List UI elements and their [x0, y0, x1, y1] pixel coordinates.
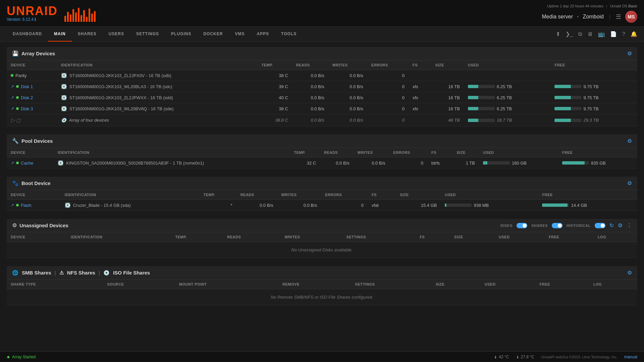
col-free: FREE: [550, 60, 637, 70]
reads-cell: 0.0 B/s: [292, 70, 328, 81]
pool-devices-section: 🔧 Pool Devices ⚙ DEVICE IDENTIFICATION T…: [7, 134, 637, 169]
sum-fs: [409, 114, 431, 126]
free-progress-fill: [554, 85, 571, 88]
identification-text: KINGSTON_SA2000M81000G_50026B768501AB3F …: [66, 161, 204, 166]
table-row: ↗Flash💽Cruzer_Blade - 15.4 GB (sda)*0.0 …: [7, 200, 637, 211]
external-link-icon[interactable]: ↗: [11, 161, 14, 165]
array-devices-section: 💾 Array Devices ⚙ DEVICE IDENTIFICATION …: [7, 47, 637, 126]
waveform-bar: [70, 14, 71, 22]
external-link-icon[interactable]: ↗: [11, 84, 14, 89]
used-progress-fill: [468, 96, 478, 99]
col-identification: IDENTIFICATION: [61, 190, 200, 200]
col-fs: FS: [416, 232, 450, 242]
free-cell: [550, 70, 637, 81]
waveform-bar: [86, 17, 88, 22]
col-fs: FS: [368, 190, 396, 200]
external-link-icon[interactable]: ↗: [11, 95, 14, 100]
info-icon[interactable]: ℹ: [35, 17, 36, 22]
temp-cell: 40 C: [257, 92, 292, 103]
free-progress-fill: [542, 203, 567, 207]
device-link[interactable]: Disk 3: [21, 106, 33, 111]
monitor-icon[interactable]: 🖥: [587, 31, 593, 37]
boot-device-table: DEVICE IDENTIFICATION TEMP. READS WRITES…: [7, 190, 637, 211]
sum-free-text: 29.3 TB: [583, 118, 599, 123]
writes-cell: 0.0 B/s: [277, 200, 321, 211]
refresh-icon[interactable]: ↻: [609, 222, 614, 229]
reads-cell: 0.0 B/s: [292, 103, 328, 114]
shares-toggle[interactable]: [552, 223, 562, 228]
used-progress-fill: [445, 203, 446, 207]
unassigned-settings-icon[interactable]: ⚙: [618, 222, 623, 229]
external-link-icon[interactable]: ↗: [11, 106, 14, 111]
smb-settings-icon[interactable]: ⚙: [627, 269, 632, 276]
device-link[interactable]: Disk 1: [21, 84, 33, 89]
nav-item-shares[interactable]: SHARES: [72, 27, 103, 42]
nav-item-vms[interactable]: VMS: [229, 27, 251, 42]
file-icon[interactable]: 📄: [610, 31, 617, 37]
terminal-icon[interactable]: ❯_: [566, 31, 573, 37]
manual-link[interactable]: manual: [624, 355, 637, 359]
footer-left: ● Array Started: [7, 354, 36, 360]
footer-right: 🌡 42 °C 🌡 27.8 °C Unraid® webGui ©2023, …: [494, 355, 637, 359]
nav-item-main[interactable]: MAIN: [48, 27, 72, 42]
bell-icon[interactable]: 🔔: [631, 31, 637, 37]
col-free: FREE: [545, 232, 594, 242]
free-text: 14.4 GB: [571, 203, 587, 208]
nav-item-users[interactable]: USERS: [103, 27, 130, 42]
upload-icon[interactable]: ⬆: [556, 31, 560, 37]
array-settings-icon[interactable]: ⚙: [627, 50, 632, 57]
waveform-bar: [80, 15, 82, 22]
writes-cell: 0.0 B/s: [328, 81, 367, 92]
reads-cell: 0.0 B/s: [292, 81, 328, 92]
status-dot: [16, 107, 19, 110]
help-icon[interactable]: ?: [622, 31, 625, 37]
free-progress-fill: [554, 107, 571, 110]
device-link[interactable]: Flash: [21, 203, 32, 208]
hamburger-icon[interactable]: ☰: [616, 13, 621, 20]
smb-shares-header: 🌐 SMB Shares | ⚠ NFS Shares | 💿 ISO File…: [7, 266, 637, 280]
array-status-text: Array Started: [12, 355, 36, 359]
copy-icon[interactable]: ⧉: [578, 31, 582, 37]
nav-item-plugins[interactable]: PLUGINS: [165, 27, 197, 42]
waveform-bar: [94, 11, 96, 22]
errors-cell: 0: [367, 92, 409, 103]
nav-item-apps[interactable]: APPS: [251, 27, 275, 42]
col-errors: ERRORS: [321, 190, 368, 200]
external-link-icon[interactable]: ↗: [11, 203, 14, 207]
device-link[interactable]: Disk 2: [21, 95, 33, 100]
used-cell: 6.25 TB: [464, 92, 550, 103]
used-progress-fill: [468, 107, 478, 110]
reads-cell: 0.0 B/s: [236, 200, 277, 211]
device-link[interactable]: Cache: [21, 161, 34, 166]
identification-text: ST16000NM001G-2KK103_WL20BLA3 - 16 TB (s…: [69, 84, 172, 89]
disks-toggle[interactable]: [517, 223, 527, 228]
nav-item-tools[interactable]: TOOLS: [275, 27, 303, 42]
nav-item-docker[interactable]: DOCKER: [197, 27, 229, 42]
historical-toggle[interactable]: [595, 223, 605, 228]
avatar[interactable]: MS: [625, 11, 637, 23]
hdd-icon: 💽: [61, 95, 67, 100]
nav-item-dashboard[interactable]: DASHBOARD: [7, 27, 48, 42]
col-settings: SETTINGS: [342, 232, 416, 242]
used-progress-bar: [468, 85, 495, 88]
display-icon[interactable]: 📺: [598, 31, 605, 37]
boot-settings-icon[interactable]: ⚙: [627, 180, 632, 186]
status-dot: [11, 74, 13, 77]
free-progress-bar: [554, 85, 581, 88]
used-text: 6.25 TB: [497, 106, 512, 111]
col-size: SIZE: [453, 148, 479, 158]
unassigned-more-icon[interactable]: ⋮: [627, 222, 632, 229]
sum-used: 18.7 TB: [464, 114, 550, 126]
server-game: Zomboid: [583, 14, 604, 20]
fs-cell: xfs: [409, 81, 431, 92]
temp2: 🌡 27.8 °C: [516, 355, 534, 359]
hdd-icon: 💽: [61, 106, 67, 111]
uptime-separator: •: [606, 4, 607, 8]
free-cell: 14.4 GB: [538, 200, 637, 211]
size-cell: 16 TB: [431, 103, 464, 114]
writes-cell: 0.0 B/s: [328, 70, 367, 81]
nav-item-settings[interactable]: SETTINGS: [130, 27, 165, 42]
waveform-bar: [83, 10, 85, 22]
logo-block: UNRAID Version: 6.12.4 ℹ: [7, 5, 58, 22]
pool-settings-icon[interactable]: ⚙: [627, 138, 632, 144]
